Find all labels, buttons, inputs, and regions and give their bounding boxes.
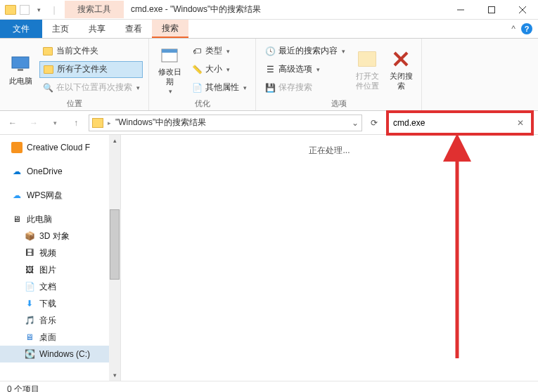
qat-divider: |	[48, 4, 60, 16]
search-again-button[interactable]: 🔍在以下位置再次搜索▾	[39, 79, 143, 96]
group-label-location: 位置	[6, 97, 143, 109]
nav-this-pc[interactable]: 🖥此电脑	[0, 211, 120, 228]
clear-search-icon[interactable]: ✕	[514, 118, 527, 128]
back-button[interactable]: ←	[4, 115, 21, 131]
window-controls	[445, 0, 538, 20]
close-button[interactable]	[507, 0, 538, 20]
tab-home[interactable]: 主页	[42, 20, 79, 38]
refresh-button[interactable]: ⟳	[366, 115, 382, 131]
folder-tree-icon	[43, 64, 54, 75]
advanced-options-button[interactable]: ☰高级选项▾	[262, 61, 348, 78]
list-icon: ☰	[264, 64, 276, 75]
svg-rect-7	[162, 49, 177, 53]
address-text: "Windows"中的搜索结果	[115, 117, 206, 129]
this-pc-button[interactable]: 此电脑	[6, 41, 35, 97]
open-folder-icon	[356, 48, 378, 70]
search-again-icon: 🔍	[42, 82, 53, 93]
ribbon-tabs: 文件 主页 共享 查看 搜索 ^ ?	[0, 20, 538, 39]
wps-icon: ☁	[11, 190, 23, 201]
address-bar: ← → ▾ ↑ ▸ "Windows"中的搜索结果 ⌄ ⟳ ✕	[0, 111, 538, 135]
scroll-up-icon[interactable]: ▴	[113, 135, 117, 146]
ribbon-group-location: 此电脑 当前文件夹 所有子文件夹 🔍在以下位置再次搜索▾ 位置	[0, 39, 149, 110]
title-bar: ▾ | 搜索工具 cmd.exe - "Windows"中的搜索结果	[0, 0, 538, 20]
scroll-thumb[interactable]	[110, 209, 120, 280]
drive-icon: 💽	[24, 348, 35, 360]
address-chevron-icon: ▸	[108, 119, 111, 126]
nav-desktop[interactable]: 🖥桌面	[0, 329, 120, 346]
download-icon: ⬇	[24, 298, 35, 309]
tab-search[interactable]: 搜索	[152, 20, 188, 38]
music-icon: 🎵	[24, 315, 35, 326]
other-props-button[interactable]: 📄其他属性▾	[188, 79, 250, 96]
ribbon: 此电脑 当前文件夹 所有子文件夹 🔍在以下位置再次搜索▾ 位置 修改日期 ▾ 🏷…	[0, 39, 538, 111]
minimize-button[interactable]	[445, 0, 476, 20]
svg-rect-4	[12, 57, 29, 68]
address-dropdown-icon[interactable]: ⌄	[352, 118, 359, 128]
item-count: 0 个项目	[7, 384, 39, 392]
recent-searches-button[interactable]: 🕓最近的搜索内容▾	[262, 43, 348, 60]
nav-creative-cloud[interactable]: Creative Cloud F	[0, 139, 120, 156]
qat-dropdown-icon[interactable]: ▾	[32, 4, 45, 16]
nav-videos[interactable]: 🎞视频	[0, 244, 120, 261]
folder-icon	[42, 46, 53, 57]
creative-cloud-icon	[11, 142, 23, 153]
tab-file[interactable]: 文件	[0, 20, 42, 38]
status-bar: 0 个项目	[0, 381, 538, 392]
size-icon: 📏	[191, 64, 203, 75]
svg-rect-1	[489, 6, 495, 13]
calendar-icon	[158, 44, 181, 66]
nav-windows-c[interactable]: 💽Windows (C:)	[0, 346, 120, 362]
save-search-button[interactable]: 💾保存搜索	[262, 79, 348, 96]
search-box[interactable]: ✕	[386, 110, 534, 136]
props-icon: 📄	[191, 82, 203, 93]
nav-documents[interactable]: 📄文档	[0, 278, 120, 295]
all-subfolders-button[interactable]: 所有子文件夹	[39, 61, 143, 78]
monitor-icon	[9, 53, 32, 75]
monitor-icon: 🖥	[11, 214, 23, 225]
video-icon: 🎞	[24, 247, 35, 259]
navigation-pane[interactable]: Creative Cloud F ☁OneDrive ☁WPS网盘 🖥此电脑 📦…	[0, 135, 121, 381]
type-button[interactable]: 🏷类型▾	[188, 43, 250, 60]
size-button[interactable]: 📏大小▾	[188, 61, 250, 78]
content-area: Creative Cloud F ☁OneDrive ☁WPS网盘 🖥此电脑 📦…	[0, 135, 538, 381]
quick-access-toolbar: ▾ |	[0, 4, 65, 16]
clock-icon: 🕓	[264, 46, 276, 57]
nav-scrollbar[interactable]: ▴ ▾	[109, 135, 120, 381]
chevron-up-icon[interactable]: ^	[511, 24, 515, 34]
nav-3d-objects[interactable]: 📦3D 对象	[0, 228, 120, 244]
scroll-down-icon[interactable]: ▾	[113, 370, 117, 381]
document-icon: 📄	[24, 281, 35, 292]
ribbon-group-refine: 修改日期 ▾ 🏷类型▾ 📏大小▾ 📄其他属性▾ 优化	[149, 39, 256, 110]
up-button[interactable]: ↑	[68, 115, 84, 131]
modify-date-button[interactable]: 修改日期 ▾	[155, 41, 184, 97]
nav-pictures[interactable]: 🖼图片	[0, 261, 120, 278]
forward-button[interactable]: →	[25, 115, 42, 131]
svg-rect-5	[18, 69, 23, 71]
search-input[interactable]	[393, 116, 514, 130]
processing-text: 正在处理...	[121, 145, 538, 157]
properties-icon[interactable]	[20, 5, 30, 15]
group-label-refine: 优化	[155, 97, 250, 109]
picture-icon: 🖼	[24, 264, 35, 275]
nav-wps[interactable]: ☁WPS网盘	[0, 187, 120, 204]
desktop-icon: 🖥	[24, 332, 35, 343]
close-x-icon	[390, 48, 412, 70]
nav-music[interactable]: 🎵音乐	[0, 312, 120, 329]
tab-view[interactable]: 查看	[115, 20, 152, 38]
window-title: cmd.exe - "Windows"中的搜索结果	[124, 1, 445, 18]
address-field[interactable]: ▸ "Windows"中的搜索结果 ⌄	[89, 115, 362, 131]
onedrive-icon: ☁	[11, 166, 23, 177]
nav-onedrive[interactable]: ☁OneDrive	[0, 163, 120, 180]
maximize-button[interactable]	[476, 0, 507, 20]
help-icon[interactable]: ?	[521, 23, 532, 34]
type-icon: 🏷	[191, 46, 203, 57]
tab-share[interactable]: 共享	[79, 20, 115, 38]
current-folder-button[interactable]: 当前文件夹	[39, 43, 143, 60]
recent-dropdown[interactable]: ▾	[46, 115, 63, 131]
save-icon: 💾	[264, 82, 276, 93]
folder-icon	[92, 118, 103, 128]
group-label-options: 选项	[262, 97, 416, 109]
close-search-button[interactable]: 关闭搜索	[386, 41, 416, 97]
open-location-button[interactable]: 打开文件位置	[352, 41, 382, 97]
nav-downloads[interactable]: ⬇下载	[0, 295, 120, 312]
